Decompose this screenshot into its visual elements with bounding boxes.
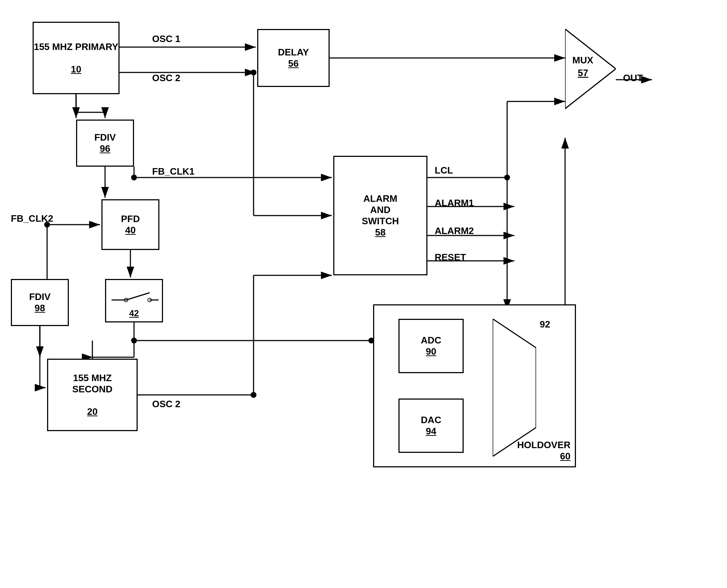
primary-osc-label: 155 MHZ PRIMARY — [34, 41, 118, 53]
osc2-top-label: OSC 2 — [152, 72, 180, 84]
out-label: OUT — [623, 72, 643, 84]
svg-marker-61 — [493, 319, 536, 456]
switch42-id: 42 — [129, 308, 139, 318]
primary-osc-block: 155 MHZ PRIMARY 10 — [33, 22, 120, 94]
delay-block: DELAY 56 — [257, 29, 330, 87]
svg-point-51 — [251, 392, 256, 398]
lcl-label: LCL — [435, 165, 453, 176]
switch42-block: 42 — [105, 279, 163, 322]
dac-id: 94 — [426, 426, 436, 437]
adc-label: ADC — [421, 335, 441, 346]
fdiv96-id: 96 — [100, 143, 110, 154]
alarm-switch-id: 58 — [375, 227, 386, 238]
svg-line-54 — [126, 293, 150, 300]
fb-clk1-label: FB_CLK1 — [152, 166, 195, 177]
secondary-osc-block: 155 MHZSECOND 20 — [47, 359, 138, 431]
osc1-label: OSC 1 — [152, 33, 180, 45]
fb-clk2-label: FB_CLK2 — [11, 213, 53, 224]
fdiv98-id: 98 — [35, 303, 45, 314]
fdiv98-label: FDIV — [29, 291, 50, 303]
pfd-label: PFD — [121, 213, 140, 225]
mux-block: MUX 57 — [565, 29, 616, 138]
alarm-switch-block: ALARMANDSWITCH 58 — [333, 156, 427, 275]
osc2-bot-label: OSC 2 — [152, 399, 180, 410]
alarm-switch-label: ALARMANDSWITCH — [362, 193, 399, 227]
delay-id: 56 — [288, 58, 299, 69]
secondary-osc-label: 155 MHZSECOND — [72, 372, 112, 395]
svg-marker-58 — [565, 29, 616, 109]
svg-text:MUX: MUX — [572, 55, 593, 66]
dac-block: DAC 94 — [398, 399, 464, 453]
primary-osc-id: 10 — [71, 64, 82, 75]
fdiv96-block: FDIV 96 — [76, 120, 134, 167]
dac-label: DAC — [421, 414, 441, 426]
svg-text:57: 57 — [578, 67, 588, 78]
delay-label: DELAY — [278, 47, 309, 58]
pfd-id: 40 — [125, 225, 136, 236]
fdiv98-block: FDIV 98 — [11, 279, 69, 326]
holdover-mux-id-label: 92 — [540, 319, 550, 330]
alarm1-label: ALARM1 — [435, 197, 474, 209]
adc-block: ADC 90 — [398, 319, 464, 373]
adc-id: 90 — [426, 346, 436, 357]
fdiv96-label: FDIV — [94, 132, 116, 143]
holdover-id: 60 — [560, 451, 571, 462]
secondary-osc-id: 20 — [87, 406, 98, 417]
reset-label: RESET — [435, 252, 466, 263]
pfd-block: PFD 40 — [101, 199, 159, 250]
holdover-mux-block — [493, 319, 536, 456]
alarm2-label: ALARM2 — [435, 225, 474, 237]
